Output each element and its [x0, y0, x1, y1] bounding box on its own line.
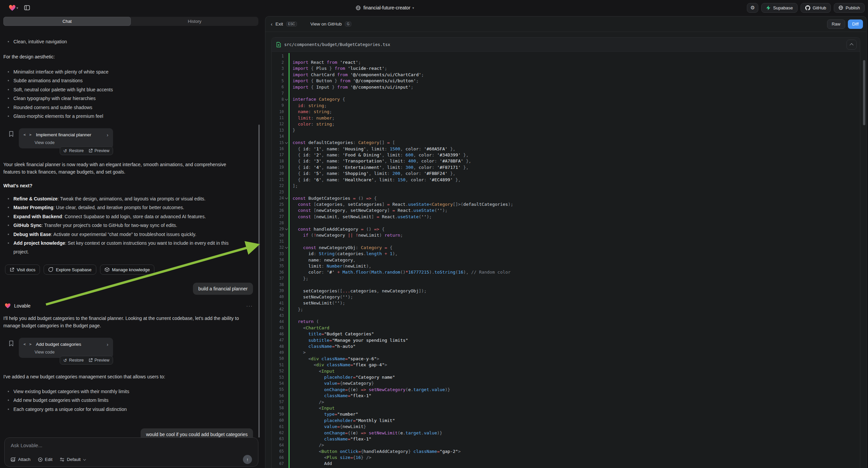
preview-button[interactable]: Preview — [89, 358, 110, 362]
list-item: Add project knowledge: Set key context o… — [3, 239, 245, 257]
publish-button[interactable]: Publish — [834, 3, 865, 13]
code-text: limit: number; — [289, 116, 335, 120]
version-actions: ↺ Restore Preview — [60, 146, 113, 155]
code-line: 29 const handleAddCategory = () => { — [272, 226, 860, 232]
message-menu-button[interactable]: ··· — [246, 303, 253, 309]
chat-input[interactable] — [11, 442, 252, 452]
list-item: View existing budget categories with the… — [3, 387, 129, 396]
line-number: 29 — [272, 227, 284, 231]
lovable-logo-icon[interactable]: ▾ — [9, 5, 18, 11]
line-number: 5 — [272, 79, 284, 83]
line-number: 53 — [272, 375, 284, 380]
bookmark-icon[interactable] — [9, 341, 14, 347]
tab-history[interactable]: History — [131, 17, 258, 26]
code-line: 6import { Input } from '@/components/ui/… — [272, 84, 860, 90]
mode-select[interactable]: Default — [60, 457, 86, 462]
chat-message-list[interactable]: Clean, intuitive navigation For the desi… — [0, 26, 262, 437]
line-number: 47 — [272, 338, 284, 343]
arrow-up-icon: ↑ — [246, 457, 249, 462]
line-number: 15 — [272, 140, 284, 145]
file-header[interactable]: src/components/budget/BudgetCategories.t… — [272, 38, 860, 52]
image-attach-icon — [11, 457, 16, 462]
code-text: import { Input } from '@/components/ui/i… — [289, 85, 413, 90]
view-on-github-button[interactable]: View on GitHub — [310, 22, 342, 27]
version-card[interactable]: < > Implement financial planner › View c… — [19, 128, 113, 148]
collapse-file-button[interactable] — [846, 39, 857, 50]
whats-next-heading: What's next? — [3, 183, 33, 188]
code-text: setCategories([...categories, newCategor… — [289, 288, 427, 293]
line-number: 64 — [272, 443, 284, 447]
fold-chevron-icon[interactable] — [284, 228, 288, 230]
list-item: Refine & Customize: Tweak the design, an… — [3, 195, 245, 203]
line-number: 21 — [272, 177, 284, 182]
code-line: 9 id: string; — [272, 103, 860, 109]
code-text — [289, 189, 295, 195]
github-button[interactable]: GitHub — [801, 3, 831, 13]
sidebar-toggle-button[interactable] — [22, 3, 32, 13]
project-switcher[interactable]: financial-future-creator ▾ — [355, 0, 414, 16]
file-added-icon — [276, 42, 281, 47]
settings-button[interactable]: ⚙ — [747, 3, 758, 13]
code-text: const [categories, setCategories] = Reac… — [289, 202, 513, 207]
file-card: src/components/budget/BudgetCategories.t… — [272, 37, 860, 468]
list-item: Subtle animations and transitions — [3, 76, 113, 85]
code-text: const defaultCategories: Category[] = [ — [289, 140, 395, 145]
fold-chevron-icon[interactable] — [284, 98, 288, 100]
line-number: 34 — [272, 258, 284, 262]
line-number: 8 — [272, 97, 284, 102]
edit-mode-button[interactable]: Edit — [38, 457, 52, 462]
send-button[interactable]: ↑ — [243, 455, 252, 464]
code-text: id: String(categories.length + 1), — [289, 251, 398, 256]
line-number: 44 — [272, 319, 284, 324]
restore-button[interactable]: ↺ Restore — [63, 148, 84, 153]
fold-chevron-icon[interactable] — [284, 246, 288, 248]
code-text: name: string; — [289, 109, 332, 114]
view-code-link[interactable]: View code — [35, 350, 108, 354]
visit-docs-button[interactable]: Visit docs — [5, 265, 40, 274]
preview-button[interactable]: Preview — [89, 148, 110, 153]
line-number: 25 — [272, 202, 284, 207]
manage-knowledge-button[interactable]: Manage knowledge — [100, 265, 155, 274]
version-card[interactable]: < > Add budget categories › View code ↺ … — [19, 338, 113, 358]
code-scrollbar[interactable] — [863, 60, 865, 125]
code-content[interactable]: 1 2import React from 'react';3import { P… — [272, 52, 860, 468]
code-text: if (!newCategory || !newLimit) return; — [289, 233, 403, 238]
diff-toggle-button[interactable]: Diff — [848, 20, 863, 29]
line-number: 59 — [272, 412, 284, 417]
line-number: 31 — [272, 239, 284, 244]
code-line: 22]; — [272, 183, 860, 189]
code-line: 53 placeholder="Category name" — [272, 374, 860, 380]
chat-history-tabs: Chat History — [3, 17, 258, 26]
bookmark-icon[interactable] — [9, 131, 14, 137]
line-number: 60 — [272, 418, 284, 423]
line-number: 28 — [272, 221, 284, 225]
line-number: 20 — [272, 171, 284, 176]
line-number: 45 — [272, 325, 284, 330]
list-item: Debug with Ease: Activate our experiment… — [3, 230, 245, 239]
supabase-button[interactable]: Supabase — [761, 3, 798, 13]
code-text: ]; — [289, 183, 298, 188]
chat-scrollbar[interactable] — [258, 124, 260, 437]
code-text: className="h-auto" — [289, 344, 355, 349]
code-line: 52 <Input — [272, 368, 860, 374]
exit-button[interactable]: Exit — [276, 22, 283, 27]
explore-supabase-button[interactable]: Explore Supabase — [43, 265, 96, 274]
code-text: import React from 'react'; — [289, 60, 361, 65]
code-line: 20 { id: '5', name: 'Shopping', limit: 2… — [272, 170, 860, 176]
attach-button[interactable]: Attach — [11, 457, 31, 462]
view-code-link[interactable]: View code — [35, 140, 108, 145]
restore-button[interactable]: ↺ Restore — [63, 358, 84, 363]
chevron-left-icon: ‹ — [271, 21, 273, 27]
chat-panel: Chat History Clean, intuitive navigation… — [0, 16, 262, 468]
code-text: const [newLimit, setNewLimit] = React.us… — [289, 214, 432, 219]
line-number: 43 — [272, 313, 284, 318]
fold-chevron-icon[interactable] — [284, 142, 288, 144]
fold-chevron-icon[interactable] — [284, 197, 288, 199]
line-number: 65 — [272, 449, 284, 454]
code-line: 49 > — [272, 350, 860, 355]
raw-toggle-button[interactable]: Raw — [827, 20, 845, 29]
version-card-implement-planner: < > Implement financial planner › View c… — [19, 128, 113, 148]
line-number: 50 — [272, 356, 284, 361]
design-bullet-list: Minimalist interface with plenty of whit… — [3, 67, 113, 120]
tab-chat[interactable]: Chat — [3, 17, 131, 26]
